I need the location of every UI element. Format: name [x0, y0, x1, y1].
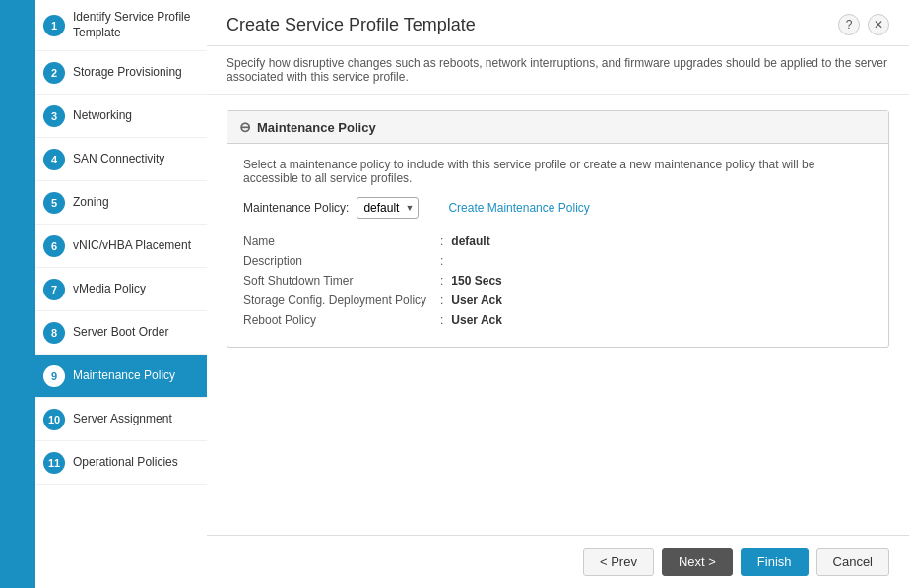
dialog-description: Specify how disruptive changes such as r… — [207, 46, 909, 95]
step-number-11: 11 — [43, 452, 65, 474]
step-number-9: 9 — [43, 365, 65, 387]
sidebar-item-8[interactable]: 8Server Boot Order — [35, 311, 207, 355]
info-value-3: User Ack — [451, 294, 502, 307]
sidebar-item-label-7: vMedia Policy — [73, 282, 146, 297]
step-number-3: 3 — [43, 105, 65, 127]
section-body: Select a maintenance policy to include w… — [227, 144, 888, 347]
sidebar-item-label-11: Operational Policies — [73, 455, 178, 471]
dialog-header: Create Service Profile Template ? ✕ — [207, 0, 909, 46]
info-key-0: Name — [243, 234, 440, 248]
info-row-4: Reboot Policy:User Ack — [243, 313, 873, 327]
sidebar-item-4[interactable]: 4SAN Connectivity — [35, 138, 207, 181]
info-colon-1: : — [440, 254, 443, 268]
sidebar-item-label-10: Server Assignment — [73, 412, 172, 427]
sidebar-item-10[interactable]: 10Server Assignment — [35, 398, 207, 441]
info-value-0: default — [451, 234, 489, 248]
sidebar-item-label-2: Storage Provisioning — [73, 65, 182, 81]
policy-select-wrapper[interactable]: default — [357, 197, 419, 219]
sidebar-item-3[interactable]: 3Networking — [35, 95, 207, 138]
sidebar-item-label-8: Server Boot Order — [73, 325, 168, 341]
info-colon-2: : — [440, 274, 443, 288]
dialog-footer: < Prev Next > Finish Cancel — [207, 535, 909, 588]
policy-form-row: Maintenance Policy: default Create Maint… — [243, 197, 873, 219]
cancel-button[interactable]: Cancel — [816, 548, 889, 576]
info-key-4: Reboot Policy — [243, 313, 440, 327]
next-button[interactable]: Next > — [662, 548, 733, 576]
info-row-0: Name:default — [243, 234, 873, 248]
step-number-5: 5 — [43, 192, 65, 214]
step-number-10: 10 — [43, 409, 65, 430]
section-header[interactable]: ⊖ Maintenance Policy — [227, 111, 888, 144]
info-row-3: Storage Config. Deployment Policy:User A… — [243, 294, 873, 307]
section-description: Select a maintenance policy to include w… — [243, 158, 873, 185]
sidebar-nav: 1Identify Service Profile Template2Stora… — [35, 0, 207, 588]
sidebar-item-label-1: Identify Service Profile Template — [73, 10, 197, 40]
info-row-2: Soft Shutdown Timer:150 Secs — [243, 274, 873, 288]
step-number-4: 4 — [43, 149, 65, 170]
collapse-icon: ⊖ — [239, 119, 251, 135]
help-icon[interactable]: ? — [838, 14, 860, 35]
step-number-7: 7 — [43, 279, 65, 300]
step-number-2: 2 — [43, 62, 65, 84]
sidebar-item-label-6: vNIC/vHBA Placement — [73, 238, 191, 254]
info-key-2: Soft Shutdown Timer — [243, 274, 440, 288]
header-icons: ? ✕ — [838, 14, 889, 35]
info-key-3: Storage Config. Deployment Policy — [243, 294, 440, 307]
info-colon-0: : — [440, 234, 443, 248]
finish-button[interactable]: Finish — [741, 548, 809, 576]
sidebar-item-1[interactable]: 1Identify Service Profile Template — [35, 0, 207, 51]
prev-button[interactable]: < Prev — [583, 548, 654, 576]
info-row-1: Description: — [243, 254, 873, 268]
content-area: ⊖ Maintenance Policy Select a maintenanc… — [207, 95, 909, 535]
maintenance-policy-panel: ⊖ Maintenance Policy Select a maintenanc… — [227, 110, 889, 348]
sidebar-item-label-5: Zoning — [73, 195, 109, 211]
sidebar-item-2[interactable]: 2Storage Provisioning — [35, 51, 207, 95]
policy-info-table: Name:defaultDescription:Soft Shutdown Ti… — [243, 234, 873, 327]
section-title: Maintenance Policy — [257, 120, 376, 135]
sidebar-item-label-4: SAN Connectivity — [73, 152, 164, 167]
step-number-6: 6 — [43, 235, 65, 257]
step-number-1: 1 — [43, 15, 65, 36]
sidebar-item-5[interactable]: 5Zoning — [35, 181, 207, 225]
info-colon-4: : — [440, 313, 443, 327]
policy-label: Maintenance Policy: — [243, 201, 349, 215]
sidebar-item-label-3: Networking — [73, 108, 132, 124]
sidebar: 1Identify Service Profile Template2Stora… — [0, 0, 207, 588]
create-maintenance-policy-link[interactable]: Create Maintenance Policy — [448, 201, 589, 215]
sidebar-item-9[interactable]: 9Maintenance Policy — [35, 355, 207, 398]
close-icon[interactable]: ✕ — [868, 14, 889, 35]
dialog-title: Create Service Profile Template — [227, 15, 476, 35]
sidebar-item-11[interactable]: 11Operational Policies — [35, 441, 207, 485]
info-value-2: 150 Secs — [451, 274, 501, 288]
info-key-1: Description — [243, 254, 440, 268]
sidebar-item-label-9: Maintenance Policy — [73, 368, 175, 384]
sidebar-accent-bar — [0, 0, 35, 588]
step-number-8: 8 — [43, 322, 65, 344]
main-content: Create Service Profile Template ? ✕ Spec… — [207, 0, 909, 588]
info-colon-3: : — [440, 294, 443, 307]
sidebar-item-6[interactable]: 6vNIC/vHBA Placement — [35, 225, 207, 268]
sidebar-item-7[interactable]: 7vMedia Policy — [35, 268, 207, 311]
info-value-4: User Ack — [451, 313, 502, 327]
maintenance-policy-select[interactable]: default — [357, 197, 419, 219]
